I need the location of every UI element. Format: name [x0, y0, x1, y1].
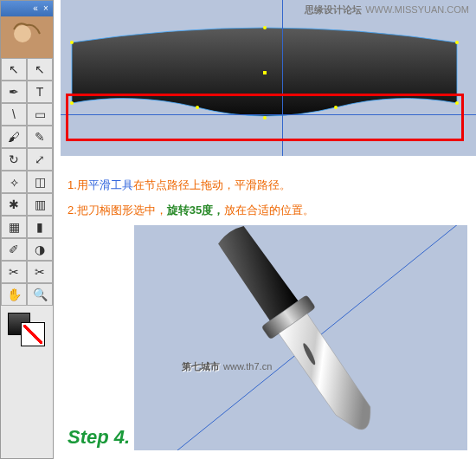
tool-pencil[interactable]: ✎: [27, 126, 53, 148]
tool-direct-select[interactable]: ↖: [27, 58, 53, 81]
collapse-icon[interactable]: «: [30, 3, 41, 14]
tool-line[interactable]: \: [1, 103, 27, 126]
tool-type[interactable]: T: [27, 81, 53, 103]
tool-selection[interactable]: ↖: [1, 58, 27, 81]
stroke-swatch[interactable]: [22, 323, 44, 346]
svg-rect-8: [263, 71, 267, 74]
instructions: 1.用平滑工具在节点路径上拖动，平滑路径。 2.把刀柄图形选中，旋转35度，放在…: [68, 173, 314, 223]
tool-eyedropper[interactable]: ✐: [1, 238, 27, 261]
instruction-2: 2.把刀柄图形选中，旋转35度，放在合适的位置。: [68, 198, 314, 223]
app-logo-image: [1, 16, 53, 58]
tool-rectangle[interactable]: ▭: [27, 103, 53, 126]
watermark-mid: 第七城市www.th7.cn: [182, 360, 272, 373]
tool-blend[interactable]: ◑: [27, 238, 53, 261]
tools-grid: ↖↖✒T\▭🖌✎↻⤢⟡◫✱▥▦▮✐◑✂✂✋🔍: [1, 58, 53, 306]
instruction-1: 1.用平滑工具在节点路径上拖动，平滑路径。: [68, 173, 314, 198]
color-swatches[interactable]: [1, 309, 53, 344]
tool-brush[interactable]: 🖌: [1, 126, 27, 148]
canvas-top: 思缘设计论坛WWW.MISSYUAN.COM: [61, 0, 476, 156]
tool-warp[interactable]: ⟡: [1, 171, 27, 193]
svg-point-1: [263, 26, 267, 29]
tool-pen[interactable]: ✒: [1, 81, 27, 103]
close-icon[interactable]: ×: [41, 3, 51, 14]
svg-point-2: [455, 41, 459, 44]
step-label: Step 4.: [68, 426, 130, 449]
watermark-top: 思缘设计论坛WWW.MISSYUAN.COM: [305, 3, 469, 16]
tool-slice[interactable]: ✂: [1, 261, 27, 283]
tool-scissors[interactable]: ✂: [27, 261, 53, 283]
tool-zoom[interactable]: 🔍: [27, 283, 53, 306]
tool-gradient[interactable]: ▮: [27, 216, 53, 238]
tool-symbol-spray[interactable]: ✱: [1, 193, 27, 216]
tool-graph[interactable]: ▥: [27, 193, 53, 216]
tool-free-transform[interactable]: ◫: [27, 171, 53, 193]
highlight-box: [66, 94, 464, 141]
tool-mesh[interactable]: ▦: [1, 216, 27, 238]
canvas-knife: [134, 225, 467, 450]
svg-point-0: [70, 41, 74, 44]
tool-scale[interactable]: ⤢: [27, 148, 53, 171]
tool-rotate[interactable]: ↻: [1, 148, 27, 171]
toolbox-titlebar[interactable]: « ×: [1, 1, 53, 16]
tool-hand[interactable]: ✋: [1, 283, 27, 306]
toolbox-panel: « × ↖↖✒T\▭🖌✎↻⤢⟡◫✱▥▦▮✐◑✂✂✋🔍: [0, 0, 54, 459]
